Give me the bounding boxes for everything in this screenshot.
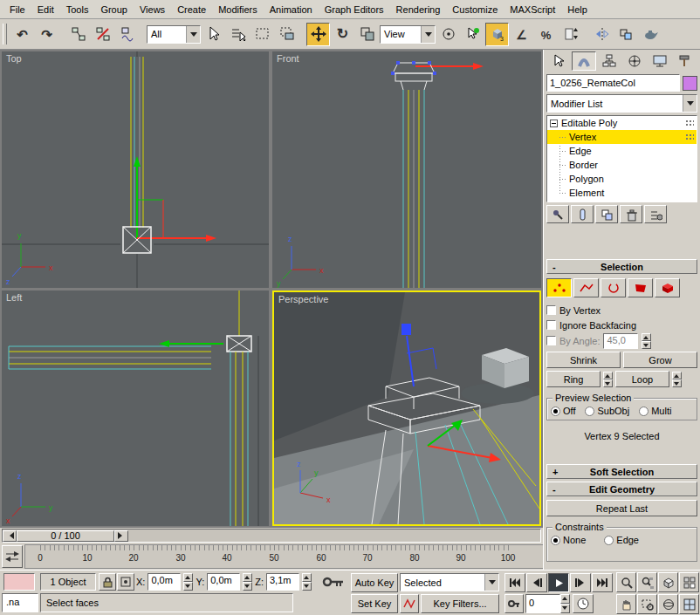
reference-coordinate-dropdown[interactable]: View: [380, 25, 436, 44]
dropdown-arrow-icon[interactable]: [484, 574, 498, 591]
time-slider-thumb[interactable]: 0 / 100: [17, 530, 114, 542]
reference-box-object[interactable]: [482, 348, 529, 388]
menu-help[interactable]: Help: [561, 2, 594, 17]
select-and-manipulate-button[interactable]: [461, 23, 484, 46]
maxscript-mini-listener[interactable]: .na: [2, 593, 38, 612]
y-spinner[interactable]: [243, 573, 252, 591]
x-spinner[interactable]: [183, 573, 193, 591]
front-viewport-canvas[interactable]: x z y: [272, 51, 541, 288]
top-viewport-canvas[interactable]: x y z: [2, 51, 269, 288]
key-mode-toggle-button[interactable]: [504, 594, 524, 613]
arc-rotate-button[interactable]: [658, 594, 678, 614]
set-keys-button[interactable]: [319, 572, 347, 591]
current-frame-spinner[interactable]: [560, 594, 570, 613]
dropdown-arrow-icon[interactable]: [186, 26, 200, 43]
perspective-viewport-canvas[interactable]: x y z: [274, 292, 539, 524]
menu-maxscript[interactable]: MAXScript: [504, 2, 561, 17]
modifier-list-dropdown[interactable]: Modifier List: [546, 94, 697, 113]
by-angle-checkbox[interactable]: [546, 336, 556, 345]
zoom-all-button[interactable]: [637, 572, 657, 592]
loop-button[interactable]: Loop: [615, 371, 669, 387]
ring-spinner[interactable]: [603, 372, 613, 387]
spinner-snap-button[interactable]: [559, 23, 582, 46]
viewport-top[interactable]: Top x y z: [2, 51, 269, 288]
remove-modifier-button[interactable]: [620, 205, 642, 223]
configure-modifier-sets-button[interactable]: [644, 205, 667, 223]
object-color-swatch[interactable]: [683, 76, 697, 91]
stack-item-edge[interactable]: Edge: [547, 144, 697, 158]
polygon-mode-button[interactable]: [628, 278, 653, 297]
next-frame-button[interactable]: [114, 530, 128, 542]
tab-motion[interactable]: [622, 51, 647, 71]
selection-filter-dropdown[interactable]: All: [147, 25, 201, 44]
soft-selection-rollout-header[interactable]: + Soft Selection: [546, 464, 697, 479]
preview-subobj-radio[interactable]: [585, 407, 594, 416]
element-mode-button[interactable]: [655, 278, 680, 297]
menu-tools[interactable]: Tools: [60, 2, 95, 17]
menu-rendering[interactable]: Rendering: [390, 2, 447, 17]
select-object-button[interactable]: [202, 23, 225, 46]
select-and-move-button[interactable]: [306, 23, 330, 46]
snaps-toggle-button[interactable]: 3: [485, 23, 509, 46]
repeat-last-button[interactable]: Repeat Last: [546, 500, 697, 516]
preview-off-radio[interactable]: [551, 407, 560, 416]
stack-item-vertex[interactable]: Vertex: [547, 130, 697, 144]
tab-utilities[interactable]: [673, 51, 697, 71]
constraint-none-radio[interactable]: [551, 536, 560, 545]
selection-rollout-header[interactable]: - Selection: [546, 259, 697, 274]
stack-item-editable-poly[interactable]: Editable Poly: [547, 116, 697, 130]
menu-views[interactable]: Views: [134, 2, 171, 17]
x-coordinate-field[interactable]: 0,0m: [148, 573, 181, 591]
bind-to-space-warp-button[interactable]: [115, 23, 139, 46]
select-and-scale-button[interactable]: [355, 23, 379, 46]
undo-button[interactable]: [10, 23, 34, 46]
menu-graph-editors[interactable]: Graph Editors: [319, 2, 390, 17]
stack-item-element[interactable]: Element: [547, 186, 697, 200]
current-frame-field[interactable]: 0: [525, 594, 560, 613]
viewport-perspective[interactable]: Perspective: [272, 290, 541, 526]
macro-recorder-strip[interactable]: [3, 573, 35, 591]
render-setup-button[interactable]: [639, 23, 662, 46]
align-button[interactable]: [614, 23, 638, 46]
selection-region-button[interactable]: [250, 23, 274, 46]
select-and-link-button[interactable]: [66, 23, 90, 46]
tab-display[interactable]: [648, 51, 672, 71]
key-filters-button[interactable]: Key Filters...: [421, 594, 499, 613]
stack-item-polygon[interactable]: Polygon: [547, 172, 697, 186]
border-mode-button[interactable]: [600, 278, 626, 297]
edge-mode-button[interactable]: [573, 278, 599, 297]
tab-create[interactable]: [546, 51, 571, 71]
menu-file[interactable]: File: [3, 2, 31, 17]
menu-create[interactable]: Create: [171, 2, 212, 17]
key-mode-dropdown[interactable]: Selected: [400, 573, 499, 591]
object-name-input[interactable]: [546, 74, 680, 92]
dropdown-arrow-icon[interactable]: [421, 26, 435, 43]
time-slider-track[interactable]: 0 / 100: [2, 529, 541, 543]
zoom-region-button[interactable]: [637, 594, 657, 614]
tab-hierarchy[interactable]: [597, 51, 621, 71]
toolbar-grip[interactable]: [3, 24, 7, 44]
by-angle-field[interactable]: 45,0: [603, 333, 638, 349]
go-to-end-button[interactable]: [592, 573, 613, 592]
preview-multi-radio[interactable]: [639, 407, 649, 416]
time-configuration-button[interactable]: [573, 594, 594, 613]
pin-stack-button[interactable]: [546, 205, 569, 223]
default-tangents-button[interactable]: [400, 594, 419, 613]
pan-button[interactable]: [616, 594, 636, 614]
edit-geometry-rollout-header[interactable]: - Edit Geometry: [546, 482, 697, 496]
by-angle-spinner[interactable]: [642, 333, 651, 349]
next-frame-button[interactable]: [570, 573, 591, 592]
set-key-button[interactable]: Set Key: [351, 594, 398, 613]
move-gizmo[interactable]: [134, 156, 216, 242]
ignore-backfacing-checkbox[interactable]: [546, 320, 556, 330]
dropdown-arrow-icon[interactable]: [683, 95, 697, 112]
min-max-toggle-button[interactable]: [679, 594, 699, 614]
go-to-start-button[interactable]: [504, 573, 525, 592]
previous-frame-button[interactable]: [526, 573, 547, 592]
mini-curve-editor-button[interactable]: [2, 545, 23, 568]
menu-group[interactable]: Group: [94, 2, 134, 17]
previous-frame-button[interactable]: [3, 530, 17, 542]
angle-snap-button[interactable]: [510, 23, 533, 46]
auto-key-button[interactable]: Auto Key: [351, 573, 398, 592]
collapse-icon[interactable]: [550, 120, 558, 127]
